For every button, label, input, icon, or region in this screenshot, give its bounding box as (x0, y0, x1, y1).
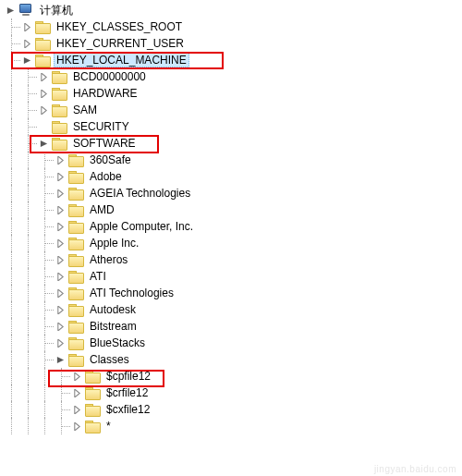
folder-icon (35, 20, 50, 33)
folder-icon (52, 87, 67, 100)
folder-icon (85, 370, 100, 383)
collapse-toggle[interactable] (20, 54, 33, 67)
node-label: BCD00000000 (70, 69, 149, 84)
svg-marker-19 (57, 339, 62, 348)
node-label: 360Safe (87, 153, 134, 167)
expand-toggle[interactable] (70, 403, 83, 416)
tree-node-hklm[interactable]: HKEY_LOCAL_MACHINE (4, 52, 462, 68)
tree-node[interactable]: AMD (4, 201, 462, 218)
expand-toggle[interactable] (37, 104, 50, 116)
folder-icon (85, 386, 100, 399)
expand-toggle[interactable] (54, 203, 67, 216)
tree-node-hkcu[interactable]: HKEY_CURRENT_USER (4, 35, 462, 52)
tree-node[interactable]: ATI (4, 268, 462, 285)
node-label: Apple Inc. (87, 236, 141, 250)
expand-toggle[interactable] (37, 87, 50, 100)
svg-marker-0 (6, 6, 13, 13)
tree-node[interactable]: Atheros (4, 251, 462, 268)
tree-node[interactable]: BCD00000000 (4, 68, 462, 85)
tree-node-hkcr[interactable]: HKEY_CLASSES_ROOT (4, 18, 462, 35)
tree-node[interactable]: Bitstream (4, 318, 462, 335)
tree-node[interactable]: Adobe (4, 168, 462, 185)
collapse-toggle[interactable] (37, 137, 50, 150)
svg-marker-10 (57, 189, 62, 198)
tree-node[interactable]: * (4, 418, 462, 434)
tree-node[interactable]: $cpfile12 (4, 368, 462, 384)
expand-toggle[interactable] (20, 20, 33, 33)
folder-icon (68, 170, 83, 183)
node-label: Adobe (87, 169, 125, 184)
expand-toggle[interactable] (54, 237, 67, 250)
tree-node[interactable]: AGEIA Technologies (4, 185, 462, 201)
expand-toggle[interactable] (54, 270, 67, 283)
node-label: Bitstream (87, 319, 140, 334)
tree-node[interactable]: 360Safe (4, 152, 462, 168)
expand-toggle[interactable] (54, 220, 67, 233)
svg-marker-15 (57, 273, 62, 281)
tree-node-software[interactable]: SOFTWARE (4, 135, 462, 152)
tree-node[interactable]: Apple Computer, Inc. (4, 218, 462, 235)
node-label: AMD (87, 202, 117, 217)
tree-node-computer[interactable]: 计算机 (4, 2, 462, 18)
expand-toggle[interactable] (54, 320, 67, 333)
node-label: ATI (87, 269, 109, 284)
node-label: SOFTWARE (70, 136, 139, 151)
svg-marker-22 (74, 389, 79, 397)
svg-marker-14 (57, 256, 62, 264)
tree-node[interactable]: HARDWARE (4, 85, 462, 102)
svg-marker-11 (57, 206, 62, 214)
svg-marker-9 (57, 173, 62, 181)
folder-icon (52, 104, 67, 116)
svg-marker-5 (41, 90, 45, 98)
collapse-toggle[interactable] (54, 353, 67, 366)
node-label: Apple Computer, Inc. (87, 219, 196, 234)
svg-marker-20 (56, 356, 63, 362)
expand-toggle[interactable] (54, 187, 67, 200)
expand-toggle[interactable] (54, 303, 67, 316)
node-label: SAM (70, 103, 100, 117)
node-label: HARDWARE (70, 86, 140, 101)
registry-tree: 计算机 HKEY_CLASSES_ROOT HKEY_CURRENT_USER … (0, 0, 462, 434)
tree-node[interactable]: ATI Technologies (4, 285, 462, 301)
expand-toggle[interactable] (54, 287, 67, 299)
expand-toggle[interactable] (70, 370, 83, 383)
tree-node[interactable]: $cxfile12 (4, 401, 462, 418)
expand-toggle[interactable] (70, 420, 83, 433)
expand-toggle[interactable] (54, 253, 67, 266)
svg-marker-13 (57, 239, 62, 248)
expand-toggle[interactable] (54, 336, 67, 349)
node-label: 计算机 (37, 2, 76, 19)
tree-node[interactable]: SECURITY (4, 118, 462, 135)
tree-node[interactable]: SAM (4, 102, 462, 118)
expand-toggle[interactable] (54, 170, 67, 183)
tree-node[interactable]: Apple Inc. (4, 235, 462, 251)
svg-marker-18 (57, 323, 62, 331)
folder-icon (68, 237, 83, 250)
folder-icon (85, 420, 100, 433)
expand-toggle[interactable] (54, 153, 67, 166)
tree-node[interactable]: Autodesk (4, 301, 462, 318)
node-label: SECURITY (70, 119, 132, 134)
node-label: Autodesk (87, 302, 139, 317)
folder-icon (68, 320, 83, 333)
node-label: BlueStacks (87, 336, 148, 350)
tree-node[interactable]: $crfile12 (4, 384, 462, 401)
expand-toggle[interactable] (4, 4, 17, 17)
folder-icon (68, 187, 83, 200)
svg-marker-23 (74, 406, 79, 414)
svg-marker-17 (57, 306, 62, 314)
folder-icon (68, 336, 83, 349)
svg-marker-12 (57, 223, 62, 231)
node-label: HKEY_CLASSES_ROOT (54, 19, 185, 34)
svg-marker-4 (41, 73, 45, 81)
svg-marker-8 (57, 156, 62, 165)
expand-toggle[interactable] (37, 70, 50, 83)
expand-toggle[interactable] (20, 37, 33, 50)
node-label: Atheros (87, 252, 130, 267)
node-label: HKEY_CURRENT_USER (54, 36, 187, 51)
svg-marker-21 (74, 372, 79, 381)
expand-toggle[interactable] (70, 386, 83, 399)
node-label: $cpfile12 (103, 369, 153, 384)
tree-node[interactable]: BlueStacks (4, 335, 462, 351)
tree-node-classes[interactable]: Classes (4, 351, 462, 368)
